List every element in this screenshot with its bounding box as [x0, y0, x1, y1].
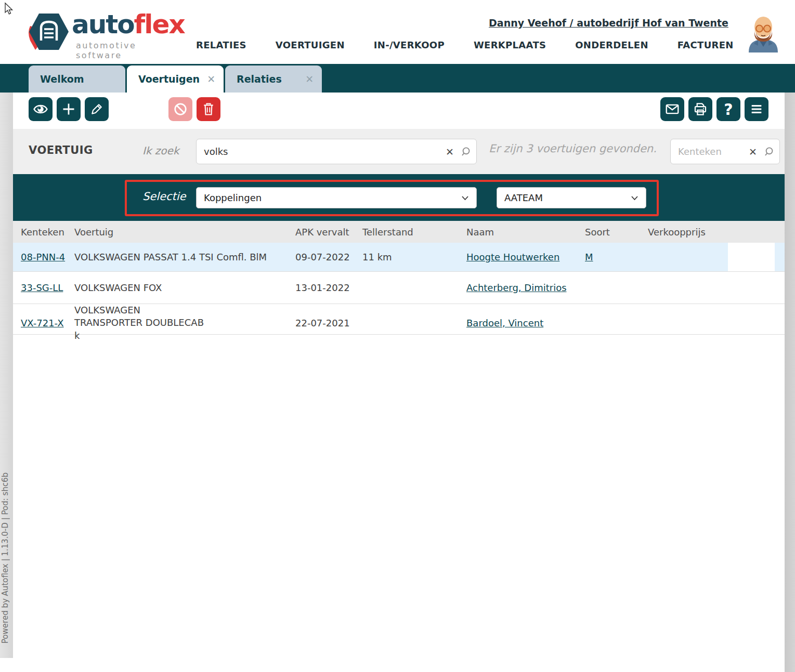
search-icon[interactable] — [460, 146, 472, 157]
search-input-wrap: ✕ — [196, 139, 477, 164]
powered-by-text: Powered by Autoflex | 1.13.0-D | Pod: sh… — [1, 472, 10, 643]
tab-relaties-close-icon[interactable]: ✕ — [305, 73, 314, 85]
kenteken-clear-icon[interactable]: ✕ — [749, 146, 757, 157]
col-apk-vervalt[interactable]: APK vervalt — [295, 227, 362, 238]
user-avatar[interactable] — [746, 12, 781, 52]
nav-facturen[interactable]: FACTUREN — [677, 39, 734, 50]
voertuig-cell: VOLKSWAGEN PASSAT 1.4 TSI Comfl. BlM — [74, 252, 295, 262]
tab-bar: Welkom Voertuigen ✕ Relaties ✕ — [0, 64, 795, 93]
nav-werkplaats[interactable]: WERKPLAATS — [474, 39, 546, 50]
printer-icon — [693, 101, 708, 117]
help-button[interactable]: ? — [716, 97, 740, 121]
table-header: Kenteken Voertuig APK vervalt Tellerstan… — [13, 221, 785, 243]
team-dropdown[interactable]: AATEAM — [497, 187, 646, 208]
nav-relaties[interactable]: RELATIES — [196, 39, 246, 50]
hamburger-icon — [749, 102, 764, 116]
col-soort[interactable]: Soort — [585, 227, 648, 238]
kenteken-search-icon[interactable] — [763, 146, 775, 157]
autoflex-logo-icon — [25, 8, 73, 56]
search-label: Ik zoek — [142, 144, 179, 157]
table-row[interactable]: 08-PNN-4 VOLKSWAGEN PASSAT 1.4 TSI Comfl… — [13, 243, 785, 271]
col-voertuig[interactable]: Voertuig — [74, 227, 295, 238]
naam-link[interactable]: Hoogte Houtwerken — [466, 252, 559, 262]
menu-button[interactable] — [745, 97, 768, 121]
section-title: VOERTUIG — [29, 144, 93, 156]
col-kenteken[interactable]: Kenteken — [21, 227, 74, 238]
email-button[interactable] — [660, 97, 684, 121]
block-button[interactable] — [168, 97, 192, 121]
col-verkoopprijs[interactable]: Verkoopprijs — [648, 227, 785, 238]
search-input[interactable] — [196, 139, 477, 164]
pencil-icon — [89, 102, 104, 116]
selection-bar: Selectie Koppelingen AATEAM — [13, 174, 785, 221]
current-user-link[interactable]: Danny Veehof / autobedrijf Hof van Twent… — [489, 17, 728, 29]
soort-link[interactable]: M — [585, 252, 593, 262]
kenteken-input-wrap: ✕ — [670, 139, 780, 164]
kenteken-link[interactable]: VX-721-X — [21, 318, 64, 328]
search-section: VOERTUIG Ik zoek ✕ Er zijn 3 voertuigen … — [13, 129, 785, 174]
selected-cell-highlight — [728, 243, 775, 271]
nav-voertuigen[interactable]: VOERTUIGEN — [276, 39, 345, 50]
col-tellerstand[interactable]: Tellerstand — [362, 227, 466, 238]
selectie-label: Selectie — [142, 190, 186, 203]
edit-button[interactable] — [85, 97, 109, 121]
nav-in-verkoop[interactable]: IN-/VERKOOP — [374, 39, 445, 50]
kenteken-link[interactable]: 08-PNN-4 — [21, 252, 65, 262]
app-header: autoflex automotive software RELATIES VO… — [0, 0, 795, 64]
vertical-scrollbar[interactable] — [785, 93, 795, 672]
delete-button[interactable] — [197, 97, 220, 121]
naam-link[interactable]: Achterberg, Dimitrios — [466, 282, 567, 293]
no-entry-icon — [173, 101, 188, 117]
mouse-cursor-icon — [3, 2, 15, 16]
toolbar: ? — [13, 93, 785, 129]
add-button[interactable] — [57, 97, 81, 121]
results-count-text: Er zijn 3 voertuigen gevonden. — [489, 142, 657, 155]
voertuig-cell: VOLKSWAGEN TRANSPORTER DOUBLECAB k — [74, 304, 210, 342]
table-row[interactable]: VX-721-X VOLKSWAGEN TRANSPORTER DOUBLECA… — [13, 304, 785, 335]
apk-cell: 22-07-2021 — [295, 318, 362, 328]
tellerstand-cell: 11 km — [362, 252, 466, 262]
autoflex-app: autoflex automotive software RELATIES VO… — [0, 0, 795, 672]
left-info-strip: Powered by Autoflex | 1.13.0-D | Pod: sh… — [0, 93, 13, 658]
tab-voertuigen-close-icon[interactable]: ✕ — [207, 73, 215, 85]
question-mark-icon: ? — [724, 100, 733, 118]
nav-onderdelen[interactable]: ONDERDELEN — [575, 39, 648, 50]
logo-tagline: automotive software — [76, 41, 171, 60]
apk-cell: 09-07-2022 — [295, 252, 362, 262]
apk-cell: 13-01-2022 — [295, 282, 362, 293]
voertuig-cell: VOLKSWAGEN FOX — [74, 282, 295, 293]
search-clear-icon[interactable]: ✕ — [446, 146, 454, 157]
trash-icon — [201, 102, 216, 116]
autoflex-logo: autoflex automotive software — [25, 8, 171, 56]
table-body: 08-PNN-4 VOLKSWAGEN PASSAT 1.4 TSI Comfl… — [13, 243, 785, 335]
view-button[interactable] — [29, 97, 53, 121]
tab-relaties[interactable]: Relaties ✕ — [225, 65, 322, 93]
logo-wordmark: autoflex — [72, 9, 185, 39]
tab-welkom[interactable]: Welkom — [29, 65, 125, 93]
naam-link[interactable]: Bardoel, Vincent — [466, 318, 543, 328]
table-row[interactable]: 33-SG-LL VOLKSWAGEN FOX 13-01-2022 Achte… — [13, 271, 785, 304]
plus-icon — [61, 102, 76, 116]
kenteken-link[interactable]: 33-SG-LL — [21, 282, 63, 293]
envelope-icon — [664, 101, 680, 117]
col-naam[interactable]: Naam — [466, 227, 585, 238]
koppelingen-dropdown[interactable]: Koppelingen — [196, 187, 477, 208]
eye-icon — [33, 101, 48, 117]
chevron-down-icon — [461, 195, 469, 201]
main-nav: RELATIES VOERTUIGEN IN-/VERKOOP WERKPLAA… — [196, 39, 734, 50]
print-button[interactable] — [688, 97, 712, 121]
tab-voertuigen[interactable]: Voertuigen ✕ — [127, 65, 224, 93]
chevron-down-icon — [631, 195, 638, 201]
